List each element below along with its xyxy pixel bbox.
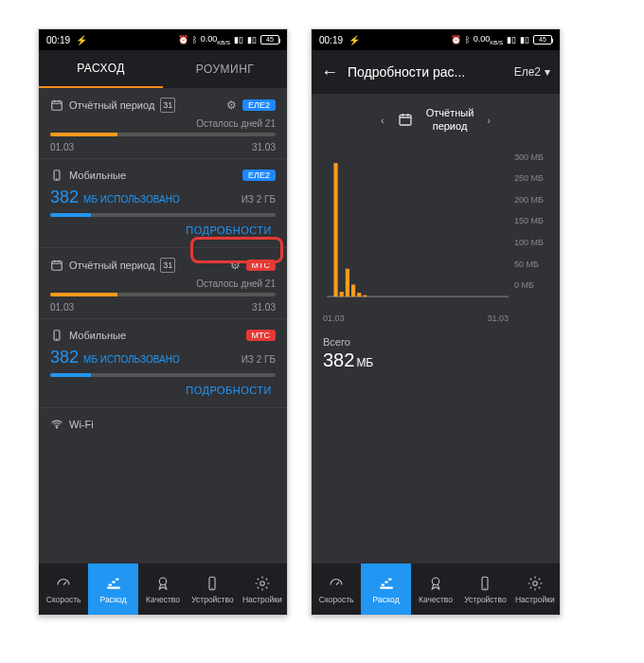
- details-button-wrap: ПОДРОБНОСТИ: [50, 377, 276, 402]
- phone-icon: [476, 575, 493, 592]
- phone-icon: [204, 575, 221, 592]
- chart-canvas: [321, 152, 509, 311]
- chart-x-axis: 01.03 31.03: [312, 312, 560, 323]
- x-to: 31.03: [487, 314, 509, 323]
- provider-pill-ele2: ЕЛЕ2: [242, 170, 276, 181]
- nav-speed[interactable]: Скорость: [39, 564, 88, 615]
- period-day-badge: 31: [160, 98, 175, 113]
- period-from: 01.03: [50, 142, 74, 152]
- svg-rect-0: [52, 101, 63, 110]
- medal-icon: [427, 575, 444, 592]
- period-from: 01.03: [50, 302, 74, 313]
- details-button[interactable]: ПОДРОБНОСТИ: [186, 385, 272, 396]
- x-from: 01.03: [323, 314, 345, 323]
- provider-selector[interactable]: Еле2 ▾: [514, 65, 550, 79]
- gear-icon[interactable]: ⚙: [230, 259, 241, 272]
- total-value: 382: [323, 349, 354, 370]
- nav-label: Настройки: [242, 595, 282, 604]
- net-speed-icon: 0.00KB/S: [474, 34, 503, 45]
- period-section-mts: Отчётный период 31 ⚙ МТС Осталось дней 2…: [39, 248, 287, 319]
- nav-quality[interactable]: Качество: [138, 564, 188, 615]
- days-remaining: Осталось дней 21: [50, 118, 276, 129]
- alarm-icon: ⏰: [451, 35, 461, 45]
- bluetooth-icon: ᛒ: [465, 35, 470, 45]
- signal-icon: ▮▯: [234, 35, 243, 45]
- nav-device[interactable]: Устройство: [460, 564, 510, 615]
- app-indicator-icon: ⚡: [76, 35, 87, 45]
- nav-label: Скорость: [46, 595, 81, 604]
- clock: 00:19: [319, 35, 343, 45]
- chart-y-axis: 300 МБ250 МБ200 МБ150 МБ100 МБ50 МБ0 МБ: [509, 152, 550, 291]
- chevron-left-icon[interactable]: ‹: [381, 115, 385, 126]
- calendar-icon: [50, 99, 63, 112]
- signal-icon-2: ▮▯: [520, 35, 529, 45]
- app-indicator-icon: ⚡: [349, 35, 360, 45]
- svg-rect-15: [363, 295, 367, 296]
- phone-right: 00:19 ⚡ ⏰ ᛒ 0.00KB/S ▮▯ ▮▯ 45 ← Подробно…: [311, 28, 561, 616]
- mobile-section-ele2: Мобильные ЕЛЕ2 382 МБ ИСПОЛЬЗОВАНО ИЗ 2 …: [39, 159, 287, 248]
- period-progress: [50, 293, 276, 296]
- net-speed-icon: 0.00KB/S: [201, 34, 230, 45]
- svg-rect-12: [346, 268, 349, 296]
- nav-settings[interactable]: Настройки: [510, 564, 560, 615]
- details-button[interactable]: ПОДРОБНОСТИ: [186, 224, 272, 236]
- used-unit: МБ ИСПОЛЬЗОВАНО: [83, 354, 180, 365]
- usage-content: Отчётный период 31 ⚙ ЕЛЕ2 Осталось дней …: [39, 88, 287, 564]
- nav-quality[interactable]: Качество: [411, 564, 460, 615]
- used-value: 382: [50, 348, 79, 367]
- period-day-badge: 31: [160, 258, 175, 273]
- period-title: Отчётный период: [69, 99, 154, 111]
- battery-icon: 45: [260, 35, 279, 45]
- phone-left: 00:19 ⚡ ⏰ ᛒ 0.00KB/S ▮▯ ▮▯ 45 РАСХОД РОУ…: [38, 28, 288, 616]
- total-label: Всего: [323, 336, 548, 348]
- usage-chart: 300 МБ250 МБ200 МБ150 МБ100 МБ50 МБ0 МБ: [312, 147, 560, 313]
- total-unit: МБ: [356, 356, 373, 369]
- mobile-section-mts: Мобильные МТС 382 МБ ИСПОЛЬЗОВАНО ИЗ 2 Г…: [39, 319, 287, 408]
- svg-rect-8: [400, 115, 411, 125]
- medal-icon: [154, 575, 171, 592]
- svg-point-16: [432, 578, 439, 585]
- nav-settings[interactable]: Настройки: [238, 564, 287, 615]
- period-label[interactable]: Отчётный период: [426, 107, 474, 134]
- mobile-icon: [50, 169, 63, 182]
- status-bar: 00:19 ⚡ ⏰ ᛒ 0.00KB/S ▮▯ ▮▯ 45: [312, 29, 560, 50]
- nav-device[interactable]: Устройство: [188, 564, 237, 615]
- svg-rect-2: [52, 261, 63, 270]
- clock: 00:19: [46, 35, 70, 45]
- back-button[interactable]: ←: [321, 63, 338, 82]
- chevron-right-icon[interactable]: ›: [487, 115, 491, 126]
- nav-usage[interactable]: Расход: [88, 564, 137, 615]
- period-title: Отчётный период: [69, 260, 154, 271]
- svg-rect-10: [333, 163, 337, 296]
- top-tabs: РАСХОД РОУМИНГ: [39, 50, 287, 88]
- nav-label: Качество: [146, 595, 180, 604]
- signal-icon-2: ▮▯: [247, 35, 257, 45]
- tab-usage[interactable]: РАСХОД: [39, 50, 163, 88]
- period-switcher: ‹ Отчётный период ›: [312, 94, 560, 147]
- days-remaining: Осталось дней 21: [50, 278, 276, 289]
- svg-point-5: [159, 578, 167, 585]
- settings-icon: [254, 575, 271, 592]
- nav-speed[interactable]: Скорость: [312, 564, 361, 615]
- svg-point-4: [56, 427, 57, 428]
- bottom-nav: Скорость Расход Качество Устройство Наст…: [312, 564, 560, 615]
- wifi-icon: [50, 418, 63, 431]
- nav-label: Настройки: [515, 595, 555, 604]
- details-button-wrap: ПОДРОБНОСТИ: [50, 217, 276, 242]
- gauge-icon: [328, 575, 345, 592]
- calendar-icon: [50, 259, 63, 272]
- tab-roaming[interactable]: РОУМИНГ: [163, 50, 287, 88]
- total-block: Всего 382МБ: [312, 323, 560, 385]
- used-of: ИЗ 2 ГБ: [242, 194, 276, 205]
- svg-point-7: [260, 581, 265, 585]
- svg-rect-11: [340, 292, 344, 296]
- provider-selector-label: Еле2: [514, 65, 541, 79]
- mobile-title: Мобильные: [69, 330, 126, 341]
- svg-rect-13: [351, 284, 355, 296]
- nav-usage[interactable]: Расход: [361, 564, 410, 615]
- settings-icon: [527, 575, 544, 592]
- nav-label: Качество: [419, 595, 453, 604]
- bluetooth-icon: ᛒ: [192, 35, 197, 45]
- gear-icon[interactable]: ⚙: [226, 99, 237, 112]
- bars-icon: [105, 575, 122, 592]
